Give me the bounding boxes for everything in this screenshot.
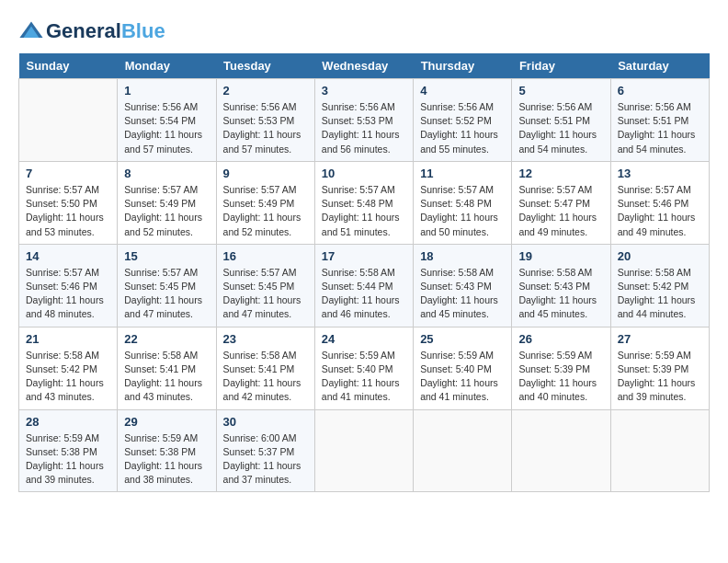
calendar-cell: 10Sunrise: 5:57 AM Sunset: 5:48 PM Dayli… [314,161,413,244]
calendar-week-2: 7Sunrise: 5:57 AM Sunset: 5:50 PM Daylig… [19,161,710,244]
calendar-cell [610,409,709,492]
calendar-header-row: SundayMondayTuesdayWednesdayThursdayFrid… [19,53,710,79]
day-info: Sunrise: 5:56 AM Sunset: 5:53 PM Dayligh… [322,100,406,156]
day-info: Sunrise: 5:57 AM Sunset: 5:48 PM Dayligh… [322,183,406,239]
column-header-thursday: Thursday [414,53,512,79]
day-number: 13 [618,167,702,180]
day-info: Sunrise: 5:57 AM Sunset: 5:46 PM Dayligh… [26,266,110,322]
calendar-week-3: 14Sunrise: 5:57 AM Sunset: 5:46 PM Dayli… [19,244,710,327]
column-header-sunday: Sunday [19,53,118,79]
calendar-cell: 18Sunrise: 5:58 AM Sunset: 5:43 PM Dayli… [414,244,512,327]
day-info: Sunrise: 5:58 AM Sunset: 5:42 PM Dayligh… [618,266,702,322]
day-info: Sunrise: 5:57 AM Sunset: 5:48 PM Dayligh… [420,183,505,239]
day-info: Sunrise: 5:58 AM Sunset: 5:42 PM Dayligh… [26,349,110,405]
calendar-cell: 19Sunrise: 5:58 AM Sunset: 5:43 PM Dayli… [512,244,610,327]
calendar-cell [414,409,512,492]
day-number: 8 [124,167,209,180]
logo: GeneralBlue [18,18,165,44]
day-info: Sunrise: 5:58 AM Sunset: 5:41 PM Dayligh… [124,349,209,405]
day-number: 2 [223,84,308,98]
day-info: Sunrise: 5:57 AM Sunset: 5:45 PM Dayligh… [124,266,209,322]
day-number: 6 [618,84,702,98]
day-number: 28 [26,415,110,429]
calendar-cell: 15Sunrise: 5:57 AM Sunset: 5:45 PM Dayli… [118,244,216,327]
day-info: Sunrise: 5:56 AM Sunset: 5:51 PM Dayligh… [618,100,702,156]
column-header-tuesday: Tuesday [216,53,314,79]
day-number: 30 [223,415,308,429]
day-info: Sunrise: 5:57 AM Sunset: 5:50 PM Dayligh… [26,183,110,239]
day-number: 1 [124,84,209,98]
day-info: Sunrise: 5:58 AM Sunset: 5:43 PM Dayligh… [420,266,505,322]
calendar-cell [19,79,118,162]
day-number: 25 [420,332,505,346]
calendar-cell: 16Sunrise: 5:57 AM Sunset: 5:45 PM Dayli… [216,244,314,327]
day-info: Sunrise: 5:57 AM Sunset: 5:49 PM Dayligh… [124,183,209,239]
calendar-cell: 8Sunrise: 5:57 AM Sunset: 5:49 PM Daylig… [118,161,216,244]
calendar-cell [314,409,413,492]
day-info: Sunrise: 5:57 AM Sunset: 5:47 PM Dayligh… [518,183,603,239]
day-info: Sunrise: 5:56 AM Sunset: 5:53 PM Dayligh… [223,100,308,156]
day-info: Sunrise: 5:58 AM Sunset: 5:41 PM Dayligh… [223,349,308,405]
calendar-cell: 11Sunrise: 5:57 AM Sunset: 5:48 PM Dayli… [414,161,512,244]
day-number: 24 [322,332,406,346]
day-number: 20 [618,249,702,263]
day-number: 14 [26,249,110,263]
calendar-cell: 26Sunrise: 5:59 AM Sunset: 5:39 PM Dayli… [512,327,610,409]
day-number: 17 [322,249,406,263]
calendar-week-5: 28Sunrise: 5:59 AM Sunset: 5:38 PM Dayli… [19,409,710,492]
calendar-cell [512,409,610,492]
day-number: 12 [518,167,603,180]
day-number: 16 [223,249,308,263]
day-number: 27 [618,332,702,346]
calendar-cell: 22Sunrise: 5:58 AM Sunset: 5:41 PM Dayli… [118,327,216,409]
day-number: 9 [223,167,308,180]
day-number: 15 [124,249,209,263]
day-number: 19 [518,249,603,263]
calendar-cell: 21Sunrise: 5:58 AM Sunset: 5:42 PM Dayli… [19,327,118,409]
day-info: Sunrise: 5:59 AM Sunset: 5:39 PM Dayligh… [618,349,702,405]
calendar-cell: 23Sunrise: 5:58 AM Sunset: 5:41 PM Dayli… [216,327,314,409]
day-info: Sunrise: 5:59 AM Sunset: 5:38 PM Dayligh… [124,431,209,488]
calendar-cell: 24Sunrise: 5:59 AM Sunset: 5:40 PM Dayli… [314,327,413,409]
day-info: Sunrise: 5:57 AM Sunset: 5:46 PM Dayligh… [618,183,702,239]
column-header-saturday: Saturday [610,53,709,79]
day-number: 22 [124,332,209,346]
calendar-cell: 1Sunrise: 5:56 AM Sunset: 5:54 PM Daylig… [118,79,216,162]
day-number: 5 [518,84,603,98]
calendar-week-1: 1Sunrise: 5:56 AM Sunset: 5:54 PM Daylig… [19,79,710,162]
calendar-week-4: 21Sunrise: 5:58 AM Sunset: 5:42 PM Dayli… [19,327,710,409]
logo-icon [18,18,44,44]
day-info: Sunrise: 5:59 AM Sunset: 5:40 PM Dayligh… [322,349,406,405]
calendar-cell: 4Sunrise: 5:56 AM Sunset: 5:52 PM Daylig… [414,79,512,162]
calendar-cell: 28Sunrise: 5:59 AM Sunset: 5:38 PM Dayli… [19,409,118,492]
column-header-friday: Friday [512,53,610,79]
calendar-cell: 9Sunrise: 5:57 AM Sunset: 5:49 PM Daylig… [216,161,314,244]
day-info: Sunrise: 5:57 AM Sunset: 5:45 PM Dayligh… [223,266,308,322]
day-number: 7 [26,167,110,180]
day-number: 10 [322,167,406,180]
calendar-cell: 7Sunrise: 5:57 AM Sunset: 5:50 PM Daylig… [19,161,118,244]
page-header: GeneralBlue [18,18,710,44]
calendar-cell: 29Sunrise: 5:59 AM Sunset: 5:38 PM Dayli… [118,409,216,492]
calendar-cell: 25Sunrise: 5:59 AM Sunset: 5:40 PM Dayli… [414,327,512,409]
calendar-cell: 17Sunrise: 5:58 AM Sunset: 5:44 PM Dayli… [314,244,413,327]
calendar-cell: 27Sunrise: 5:59 AM Sunset: 5:39 PM Dayli… [610,327,709,409]
logo-blue: Blue [121,19,165,42]
column-header-monday: Monday [118,53,216,79]
day-info: Sunrise: 5:58 AM Sunset: 5:43 PM Dayligh… [518,266,603,322]
calendar-cell: 13Sunrise: 5:57 AM Sunset: 5:46 PM Dayli… [610,161,709,244]
calendar-cell: 14Sunrise: 5:57 AM Sunset: 5:46 PM Dayli… [19,244,118,327]
calendar-cell: 12Sunrise: 5:57 AM Sunset: 5:47 PM Dayli… [512,161,610,244]
calendar-cell: 20Sunrise: 5:58 AM Sunset: 5:42 PM Dayli… [610,244,709,327]
logo-text: GeneralBlue [46,20,165,42]
day-info: Sunrise: 5:59 AM Sunset: 5:39 PM Dayligh… [518,349,603,405]
day-number: 4 [420,84,505,98]
calendar-cell: 6Sunrise: 5:56 AM Sunset: 5:51 PM Daylig… [610,79,709,162]
day-number: 29 [124,415,209,429]
calendar-cell: 3Sunrise: 5:56 AM Sunset: 5:53 PM Daylig… [314,79,413,162]
day-info: Sunrise: 5:57 AM Sunset: 5:49 PM Dayligh… [223,183,308,239]
calendar-cell: 2Sunrise: 5:56 AM Sunset: 5:53 PM Daylig… [216,79,314,162]
day-number: 21 [26,332,110,346]
column-header-wednesday: Wednesday [314,53,413,79]
day-number: 11 [420,167,505,180]
